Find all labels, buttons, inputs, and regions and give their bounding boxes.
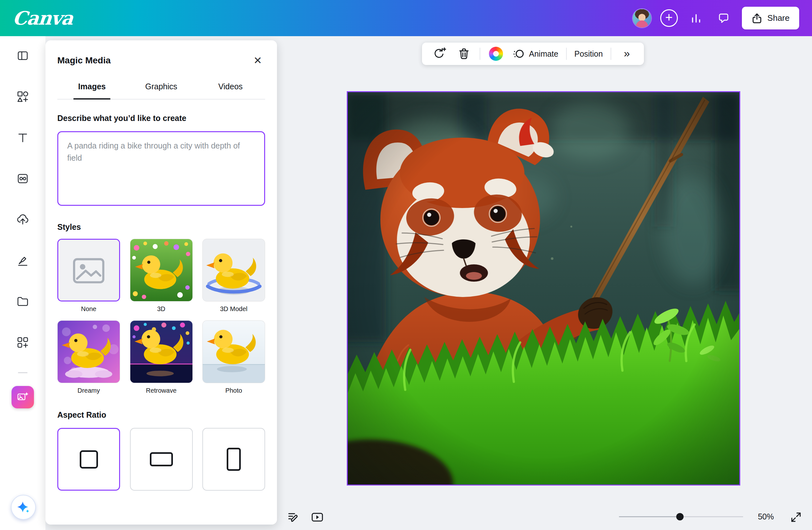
presentation-icon [311, 511, 324, 524]
present-button[interactable] [310, 510, 325, 525]
style-option-none[interactable]: None [57, 239, 120, 313]
prompt-label: Describe what you’d like to create [57, 114, 265, 123]
uploads-icon [17, 214, 29, 226]
notes-icon [286, 511, 299, 524]
selected-generated-image[interactable] [347, 91, 740, 486]
animate-label: Animate [529, 49, 559, 59]
position-label: Position [575, 49, 603, 59]
animate-button[interactable]: Animate [508, 45, 563, 62]
tab-images[interactable]: Images [57, 75, 127, 99]
canva-app: Canva + Share [0, 0, 812, 530]
sidebar-item-uploads[interactable] [12, 208, 34, 231]
panel-tabs: Images Graphics Videos [57, 75, 265, 100]
aspect-option-landscape[interactable] [130, 428, 193, 491]
regenerate-icon [432, 47, 446, 61]
share-icon [752, 13, 763, 24]
style-label: 3D Model [202, 305, 265, 313]
position-button[interactable]: Position [570, 45, 607, 62]
design-icon [17, 49, 29, 62]
zoom-level: 50% [752, 512, 779, 521]
portrait-ratio-icon [227, 448, 241, 471]
magic-media-panel: Magic Media ✕ Images Graphics Videos Des… [45, 40, 277, 525]
sidebar-item-text[interactable] [12, 127, 34, 149]
sidebar-item-brand[interactable] [12, 167, 34, 190]
draw-icon [17, 254, 29, 267]
style-thumb-none[interactable] [57, 239, 120, 301]
aspect-option-portrait[interactable] [202, 428, 265, 491]
tab-videos[interactable]: Videos [196, 75, 265, 99]
sidebar-item-apps[interactable] [12, 331, 34, 354]
vignette [348, 92, 739, 485]
style-thumb-retrowave[interactable] [130, 320, 193, 383]
sidebar-item-projects[interactable] [12, 290, 34, 313]
chat-icon [717, 12, 730, 24]
style-label: Dreamy [57, 387, 120, 394]
apps-icon [17, 336, 29, 349]
style-thumb-3d[interactable] [130, 239, 193, 301]
style-option-retrowave[interactable]: Retrowave [130, 320, 193, 394]
more-options-button[interactable]: » [614, 45, 639, 62]
elements-icon [17, 91, 29, 103]
aspect-ratio-label: Aspect Ratio [57, 410, 265, 419]
share-button[interactable]: Share [742, 7, 799, 29]
toolbar-divider [480, 48, 480, 60]
style-label: Retrowave [130, 387, 193, 394]
share-label: Share [768, 13, 789, 23]
trash-icon [458, 47, 470, 60]
styles-label: Styles [57, 222, 265, 232]
sidebar-item-draw[interactable] [12, 249, 34, 272]
sidebar-divider [18, 372, 28, 373]
comments-button[interactable] [714, 9, 733, 28]
sidebar-item-magic-media[interactable] [12, 386, 34, 408]
close-button[interactable]: ✕ [250, 53, 265, 68]
image-toolbar: Animate Position » [422, 43, 644, 65]
canva-assistant-button[interactable] [11, 495, 36, 520]
plus-icon: + [665, 11, 672, 24]
sidebar-item-elements[interactable] [12, 86, 34, 108]
aspect-ratio-grid [57, 428, 265, 491]
toolbar-divider [611, 48, 611, 60]
prompt-input[interactable] [57, 131, 265, 206]
red-panda-artwork [348, 92, 739, 485]
style-thumb-photo[interactable] [202, 320, 265, 383]
color-button[interactable] [483, 45, 508, 62]
landscape-ratio-icon [150, 452, 173, 466]
animate-icon [513, 48, 524, 60]
style-thumb-dreamy[interactable] [57, 320, 120, 383]
text-icon [17, 132, 29, 144]
avatar[interactable] [633, 9, 651, 28]
expand-icon [789, 511, 802, 524]
style-option-photo[interactable]: Photo [202, 320, 265, 394]
style-label: 3D [130, 305, 193, 313]
zoom-slider[interactable] [619, 513, 743, 521]
sidebar-item-design[interactable] [12, 44, 34, 67]
top-bar: Canva + Share [0, 0, 812, 36]
square-ratio-icon [80, 450, 98, 469]
regenerate-button[interactable] [426, 45, 451, 62]
canva-logo: Canva [12, 8, 74, 29]
style-option-3d[interactable]: 3D [130, 239, 193, 313]
sparkle-icon [17, 501, 30, 514]
insights-button[interactable] [687, 9, 705, 28]
tab-graphics[interactable]: Graphics [127, 75, 195, 99]
style-thumb-3d-model[interactable] [202, 239, 265, 301]
chevrons-right-icon: » [624, 48, 630, 60]
magic-media-icon [16, 391, 29, 404]
close-icon: ✕ [253, 55, 262, 67]
styles-grid: None [57, 239, 265, 394]
notes-button[interactable] [285, 510, 300, 525]
style-label: None [57, 305, 120, 313]
panel-title: Magic Media [57, 55, 111, 65]
color-wheel-icon [489, 47, 503, 61]
aspect-option-square[interactable] [57, 428, 120, 491]
zoom-fill [619, 516, 680, 517]
zoom-handle[interactable] [676, 513, 684, 520]
style-option-3d-model[interactable]: 3D Model [202, 239, 265, 313]
toolbar-divider [566, 48, 567, 60]
add-member-button[interactable]: + [660, 9, 678, 27]
app-sidebar [0, 36, 45, 530]
delete-button[interactable] [451, 45, 476, 62]
fullscreen-button[interactable] [788, 510, 804, 525]
style-label: Photo [202, 387, 265, 394]
style-option-dreamy[interactable]: Dreamy [57, 320, 120, 394]
